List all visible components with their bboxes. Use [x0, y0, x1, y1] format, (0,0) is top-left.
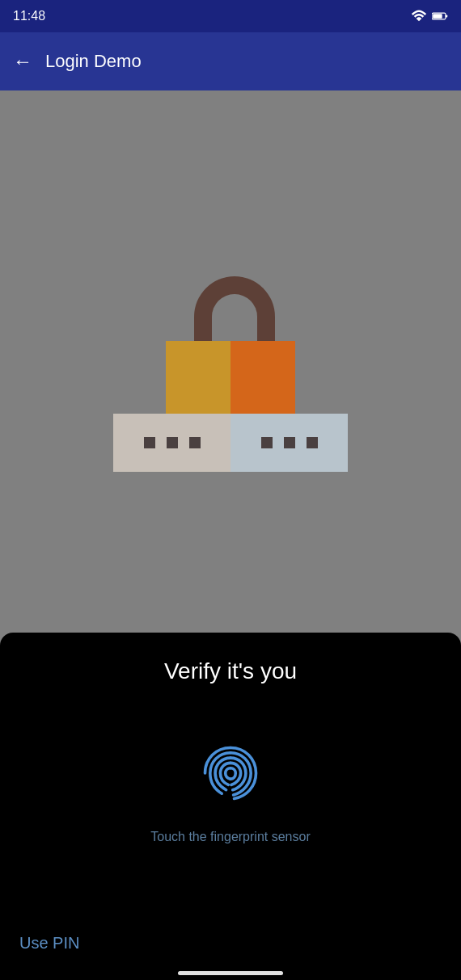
app-bar-title: Login Demo	[45, 51, 142, 72]
svg-rect-1	[446, 15, 447, 17]
lock-body-right	[230, 341, 295, 414]
fingerprint-container[interactable]	[190, 733, 271, 814]
app-bar: ← Login Demo	[0, 32, 461, 90]
lock-illustration	[113, 276, 348, 472]
pin-dot	[284, 437, 295, 448]
pin-dot	[307, 437, 318, 448]
pin-dot	[167, 437, 178, 448]
pin-dot	[261, 437, 273, 448]
use-pin-button[interactable]: Use PIN	[19, 934, 79, 961]
back-button[interactable]: ←	[13, 50, 32, 73]
pin-row	[113, 414, 348, 472]
status-bar: 11:48	[0, 0, 461, 32]
svg-rect-2	[433, 14, 442, 18]
lock-body-left	[166, 341, 230, 414]
main-content	[0, 90, 461, 633]
status-icons	[411, 10, 448, 23]
pin-right	[230, 414, 348, 472]
verify-title: Verify it's you	[164, 658, 297, 684]
wifi-icon	[411, 10, 427, 23]
nav-indicator	[178, 971, 283, 975]
status-time: 11:48	[13, 9, 45, 23]
battery-icon	[432, 11, 448, 22]
fingerprint-icon	[194, 737, 267, 810]
pin-dot	[189, 437, 201, 448]
lock-body	[166, 341, 295, 414]
bottom-sheet: Verify it's you Touch the fingerprint se…	[0, 633, 461, 980]
pin-dot	[144, 437, 155, 448]
fingerprint-hint: Touch the fingerprint sensor	[150, 830, 310, 844]
lock-shackle	[194, 276, 275, 341]
pin-left	[113, 414, 230, 472]
